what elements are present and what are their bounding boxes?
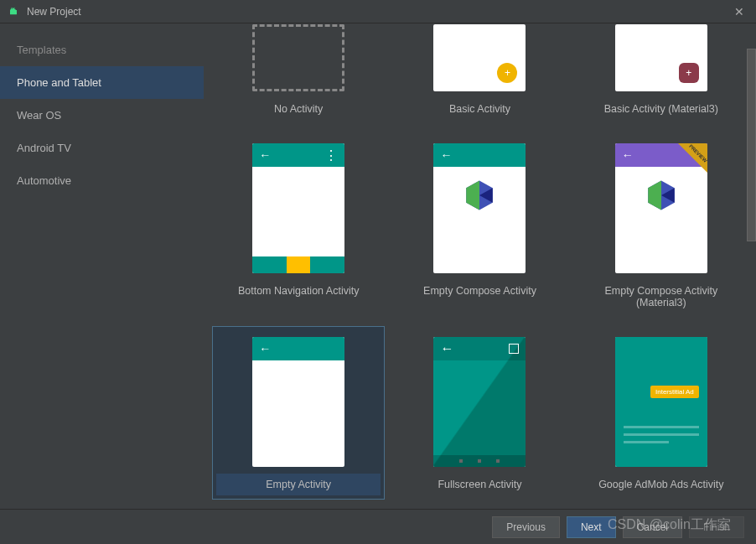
preview-icon: ←	[433, 337, 526, 467]
preview-icon	[433, 24, 526, 91]
template-basic-activity[interactable]: Basic Activity	[393, 23, 566, 124]
template-fullscreen[interactable]: ← Fullscreen Activity	[393, 326, 566, 500]
sidebar: Templates Phone and Tablet Wear OS Andro…	[0, 23, 204, 521]
template-label: Empty Compose Activity	[420, 280, 540, 302]
titlebar: New Project ✕	[0, 0, 756, 23]
template-label: No Activity	[271, 98, 326, 120]
template-label: Basic Activity	[446, 98, 514, 120]
finish-button[interactable]: Finish	[689, 516, 744, 538]
template-grid-container: No Activity Basic Activity Basic Activit…	[204, 23, 756, 521]
template-label: Empty Activity	[216, 474, 381, 495]
sidebar-item-automotive[interactable]: Automotive	[0, 164, 204, 197]
template-basic-activity-m3[interactable]: Basic Activity (Material3)	[575, 23, 748, 124]
template-empty-compose-m3[interactable]: ← Empty Compose Activity (Material3)	[575, 132, 748, 318]
template-label: Empty Compose Activity (Material3)	[579, 280, 743, 313]
android-icon	[7, 5, 20, 18]
preview-icon	[252, 24, 344, 91]
fab-icon	[497, 63, 517, 83]
sidebar-item-android-tv[interactable]: Android TV	[0, 132, 204, 164]
back-arrow-icon: ←	[440, 148, 452, 162]
next-button[interactable]: Next	[567, 516, 616, 538]
jetpack-icon	[462, 178, 497, 213]
cancel-button[interactable]: Cancel	[623, 516, 682, 538]
window-title: New Project	[27, 6, 729, 18]
template-label: Bottom Navigation Activity	[235, 280, 363, 302]
back-arrow-icon: ←	[259, 342, 271, 355]
fab-icon	[679, 63, 699, 83]
template-label: Basic Activity (Material3)	[601, 98, 722, 120]
template-label: Fullscreen Activity	[434, 474, 525, 495]
preview-icon: ←	[252, 337, 344, 467]
back-arrow-icon: ←	[440, 341, 453, 356]
preview-icon: ←⋮	[252, 143, 344, 273]
template-empty-activity[interactable]: ← Empty Activity	[212, 326, 385, 500]
preview-icon: ←	[433, 143, 526, 273]
previous-button[interactable]: Previous	[492, 516, 560, 538]
sidebar-heading: Templates	[0, 37, 204, 66]
menu-icon: ⋮	[324, 148, 338, 163]
template-no-activity[interactable]: No Activity	[212, 23, 385, 124]
template-grid: No Activity Basic Activity Basic Activit…	[212, 23, 748, 500]
footer: Previous Next Cancel Finish	[0, 509, 756, 544]
back-arrow-icon: ←	[622, 148, 634, 162]
close-icon[interactable]: ✕	[729, 5, 749, 18]
back-arrow-icon: ←	[259, 148, 271, 162]
template-empty-compose[interactable]: ← Empty Compose Activity	[393, 132, 566, 318]
sidebar-item-phone-tablet[interactable]: Phone and Tablet	[0, 66, 204, 99]
preview-icon	[615, 24, 707, 91]
expand-icon	[509, 344, 519, 354]
content-area: Templates Phone and Tablet Wear OS Andro…	[0, 23, 756, 521]
ad-chip: Interstitial Ad	[650, 386, 699, 398]
jetpack-icon	[644, 178, 679, 213]
scrollbar-thumb[interactable]	[747, 49, 756, 241]
template-admob[interactable]: ← Interstitial Ad Google AdMob Ads Activ…	[575, 326, 748, 500]
preview-icon: ←	[615, 143, 707, 273]
sidebar-item-wear-os[interactable]: Wear OS	[0, 99, 204, 132]
template-bottom-nav[interactable]: ←⋮ Bottom Navigation Activity	[212, 132, 385, 318]
template-label: Google AdMob Ads Activity	[595, 474, 727, 495]
preview-ribbon-icon	[678, 143, 707, 173]
preview-icon: ← Interstitial Ad	[615, 337, 707, 467]
